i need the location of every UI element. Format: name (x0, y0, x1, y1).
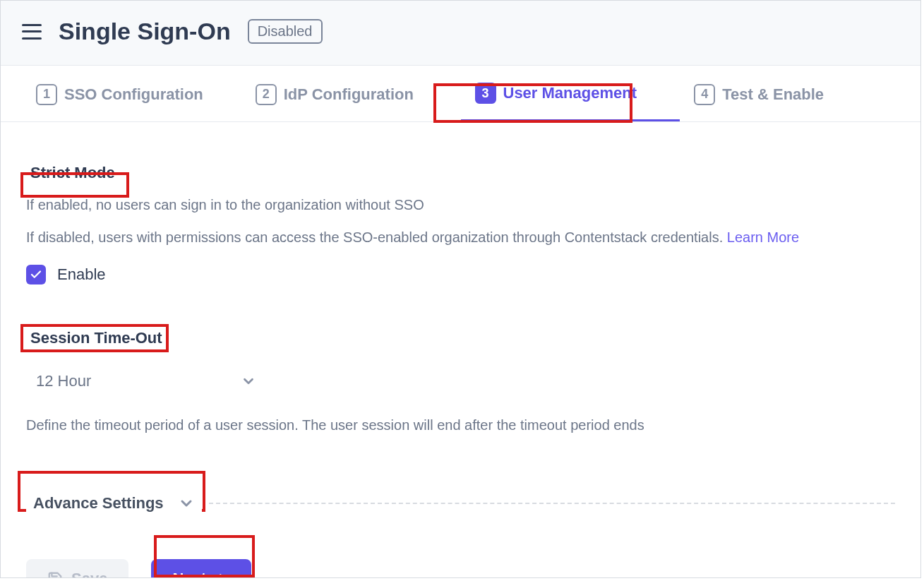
tab-test-enable[interactable]: 4 Test & Enable (680, 66, 899, 121)
strict-mode-checkbox-label: Enable (57, 265, 106, 284)
step-number: 2 (256, 84, 277, 105)
tab-label: Test & Enable (722, 85, 824, 104)
save-button: Save (26, 559, 128, 578)
save-icon (47, 571, 63, 578)
learn-more-link[interactable]: Learn More (727, 229, 799, 245)
chevron-down-icon (178, 495, 195, 512)
strict-mode-checkbox[interactable] (26, 265, 46, 284)
check-icon (30, 268, 42, 281)
tab-label: IdP Configuration (284, 85, 414, 104)
chevron-right-icon (215, 571, 230, 578)
tab-user-management[interactable]: 3 User Management (461, 66, 680, 121)
step-number: 3 (475, 83, 496, 104)
strict-mode-desc-disabled: If disabled, users with permissions can … (26, 225, 895, 249)
next-button-label: Next (172, 570, 206, 578)
step-number: 4 (694, 84, 715, 105)
session-timeout-value: 12 Hour (36, 372, 91, 390)
session-timeout-help: Define the timeout period of a user sess… (26, 417, 895, 433)
step-number: 1 (36, 84, 57, 105)
divider (209, 503, 895, 504)
advance-settings-toggle[interactable]: Advance Settings (26, 490, 202, 517)
advance-settings-label: Advance Settings (33, 494, 164, 513)
strict-mode-desc-enabled: If enabled, no users can sign in to the … (26, 193, 895, 217)
status-badge: Disabled (248, 19, 323, 44)
tab-label: User Management (503, 84, 637, 102)
tab-label: SSO Configuration (64, 85, 203, 104)
chevron-down-icon (241, 373, 256, 389)
strict-mode-heading: Strict Mode (26, 162, 119, 184)
next-button[interactable]: Next (151, 559, 251, 578)
tab-idp-configuration[interactable]: 2 IdP Configuration (241, 66, 461, 121)
menu-icon[interactable] (22, 24, 42, 40)
save-button-label: Save (71, 570, 107, 578)
tab-sso-configuration[interactable]: 1 SSO Configuration (22, 66, 241, 121)
session-timeout-heading: Session Time-Out (26, 327, 167, 349)
session-timeout-select[interactable]: 12 Hour (26, 364, 266, 399)
page-title: Single Sign-On (59, 18, 231, 45)
step-tabs: 1 SSO Configuration 2 IdP Configuration … (1, 66, 920, 122)
